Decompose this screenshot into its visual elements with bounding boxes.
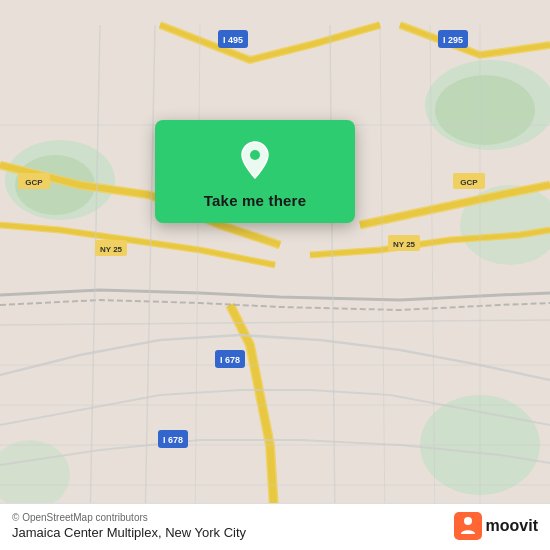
svg-text:I 295: I 295 (443, 35, 463, 45)
svg-point-4 (435, 75, 535, 145)
take-me-there-button[interactable]: Take me there (204, 192, 306, 209)
location-name: Jamaica Center Multiplex, New York City (12, 525, 246, 540)
bottom-left-info: © OpenStreetMap contributors Jamaica Cen… (12, 512, 246, 540)
svg-text:NY 25: NY 25 (100, 245, 123, 254)
svg-text:GCP: GCP (460, 178, 478, 187)
bottom-bar: © OpenStreetMap contributors Jamaica Cen… (0, 503, 550, 550)
map-container: I 495 I 295 I 678 I 678 GCP GCP NY 25 NY… (0, 0, 550, 550)
map-background: I 495 I 295 I 678 I 678 GCP GCP NY 25 NY… (0, 0, 550, 550)
action-card: Take me there (155, 120, 355, 223)
svg-text:NY 25: NY 25 (393, 240, 416, 249)
location-pin-icon (233, 138, 277, 182)
svg-text:I 678: I 678 (163, 435, 183, 445)
svg-text:I 495: I 495 (223, 35, 243, 45)
moovit-text: moovit (486, 517, 538, 535)
svg-text:I 678: I 678 (220, 355, 240, 365)
moovit-icon (454, 512, 482, 540)
moovit-logo: moovit (454, 512, 538, 540)
svg-text:GCP: GCP (25, 178, 43, 187)
osm-credit: © OpenStreetMap contributors (12, 512, 246, 523)
svg-point-37 (250, 150, 260, 160)
svg-point-39 (464, 517, 472, 525)
svg-rect-38 (454, 512, 482, 540)
